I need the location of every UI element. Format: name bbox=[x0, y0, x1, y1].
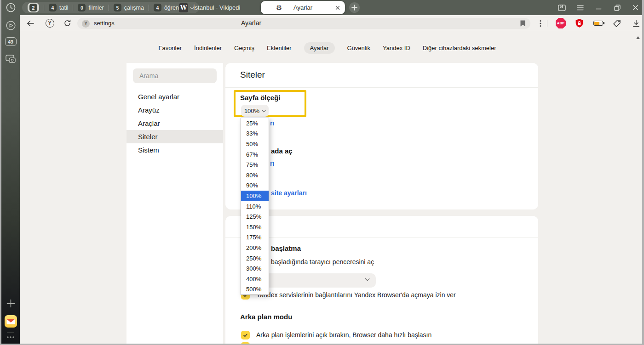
nav-tab-diğer-cihazlardaki-sekmeler[interactable]: Diğer cihazlardaki sekmeler bbox=[423, 42, 496, 54]
scale-option-90[interactable]: 90% bbox=[241, 181, 269, 191]
tab-group-label: filmler bbox=[88, 5, 104, 11]
scale-option-400[interactable]: 400% bbox=[241, 274, 269, 284]
section-heading-fragment: ada aç bbox=[271, 147, 293, 155]
battery-icon[interactable] bbox=[592, 15, 604, 31]
scale-option-67[interactable]: 67% bbox=[241, 149, 269, 160]
tab-strip: 24tatil0filmler5çalışma4öğrenim W İstanb… bbox=[1, 0, 642, 15]
tab-group-count: 0 bbox=[78, 4, 86, 11]
new-tab-button[interactable] bbox=[349, 2, 360, 13]
sidebar-divider bbox=[7, 332, 14, 333]
tab-group-label: tatil bbox=[59, 5, 68, 11]
history-clock-icon[interactable] bbox=[6, 2, 16, 13]
nav-tab-favoriler[interactable]: Favoriler bbox=[158, 42, 182, 54]
nav-tab-i̇ndirilenler[interactable]: İndirilenler bbox=[194, 42, 222, 54]
scale-option-100[interactable]: 100% bbox=[241, 191, 269, 201]
restore-icon[interactable] bbox=[613, 4, 621, 11]
tab-group-count: 4 bbox=[154, 4, 161, 11]
nav-tab-ayarlar[interactable]: Ayarlar bbox=[304, 42, 335, 54]
settings-link-fragment[interactable]: rı bbox=[270, 160, 274, 167]
tab-group-separator bbox=[73, 5, 73, 11]
tab-group-count: 5 bbox=[114, 4, 121, 11]
window-controls bbox=[558, 0, 639, 15]
close-icon[interactable] bbox=[632, 4, 639, 11]
checkbox-label[interactable]: Arka plan işlemlerini açık bırakın, Brow… bbox=[256, 331, 431, 339]
scale-option-25[interactable]: 25% bbox=[241, 118, 269, 129]
side-panel-icon[interactable] bbox=[558, 4, 566, 11]
search-input[interactable]: Arama bbox=[133, 68, 217, 83]
scale-option-175[interactable]: 175% bbox=[241, 232, 269, 243]
page-scale-label: Sayfa ölçeği bbox=[240, 94, 281, 102]
menu-item-arayüz[interactable]: Arayüz bbox=[126, 103, 223, 117]
settings-link-fragment[interactable]: rı bbox=[270, 119, 274, 127]
checkbox-row[interactable]: Yandex servislerinin bağlantılarını Yand… bbox=[241, 291, 517, 300]
scale-option-110[interactable]: 110% bbox=[241, 201, 269, 212]
checkbox-checked-icon[interactable] bbox=[241, 331, 250, 339]
counter-badge[interactable]: 49 bbox=[1, 37, 20, 46]
protect-shield-icon[interactable] bbox=[574, 15, 585, 31]
settings-menu-list: Genel ayarlarArayüzAraçlarSitelerSistem bbox=[126, 90, 223, 157]
system-card: başlatma başladığında tarayıcı penceresi… bbox=[225, 216, 538, 344]
site-settings-link-fragment[interactable]: site ayarları bbox=[271, 189, 307, 197]
checkbox-checked-icon[interactable] bbox=[241, 342, 250, 344]
scale-option-500[interactable]: 500% bbox=[241, 284, 269, 295]
tab-group-tatil[interactable]: 4tatil bbox=[49, 4, 68, 11]
card-divider bbox=[225, 237, 538, 238]
scale-option-150[interactable]: 150% bbox=[241, 222, 269, 232]
tab-group-çalışma[interactable]: 5çalışma bbox=[114, 4, 144, 11]
tab-title: Ayarlar bbox=[261, 4, 345, 11]
scale-option-50[interactable]: 50% bbox=[241, 139, 269, 149]
scale-option-250[interactable]: 250% bbox=[241, 253, 269, 264]
refresh-icon[interactable] bbox=[62, 15, 72, 31]
nav-tab-yandex-id[interactable]: Yandex ID bbox=[383, 42, 410, 54]
checkbox-row[interactable] bbox=[241, 342, 250, 344]
adblock-plus-icon[interactable]: ABP bbox=[555, 15, 566, 31]
menu-item-siteler[interactable]: Siteler bbox=[126, 130, 223, 143]
tab-group-current[interactable]: 2 bbox=[28, 3, 39, 12]
menu-item-genel-ayarlar[interactable]: Genel ayarlar bbox=[126, 90, 223, 103]
more-options-icon[interactable] bbox=[1, 336, 20, 339]
nav-tab-güvenlik[interactable]: Güvenlik bbox=[347, 42, 371, 54]
menu-item-araçlar[interactable]: Araçlar bbox=[126, 117, 223, 130]
scrollbar-up-arrow[interactable] bbox=[636, 34, 640, 39]
scale-option-125[interactable]: 125% bbox=[241, 211, 269, 222]
page-scale-dropdown-button[interactable]: 100% bbox=[241, 105, 269, 117]
add-panel-icon[interactable] bbox=[1, 299, 20, 308]
checkbox-label[interactable]: Yandex servislerinin bağlantılarını Yand… bbox=[256, 291, 456, 300]
menu-icon[interactable] bbox=[576, 4, 584, 11]
card-title: Siteler bbox=[240, 70, 265, 80]
sites-card: Siteler bbox=[225, 63, 538, 209]
tab-wikipedia[interactable]: W İstanbul - Vikipedi bbox=[179, 0, 240, 15]
scale-option-200[interactable]: 200% bbox=[241, 243, 269, 253]
background-mode-heading: Arka plan modu bbox=[240, 313, 292, 321]
nav-tab-geçmiş[interactable]: Geçmiş bbox=[234, 42, 254, 54]
tab-group-separator bbox=[44, 5, 44, 11]
menu-item-sistem[interactable]: Sistem bbox=[126, 143, 223, 157]
tab-settings[interactable]: ⚙ Ayarlar bbox=[261, 1, 345, 14]
tab-close-icon[interactable] bbox=[334, 5, 341, 11]
scale-option-33[interactable]: 33% bbox=[241, 129, 269, 139]
checkbox-row[interactable]: Arka plan işlemlerini açık bırakın, Brow… bbox=[241, 331, 517, 339]
yandex-mail-icon[interactable] bbox=[1, 315, 20, 328]
card-divider bbox=[225, 87, 538, 88]
back-icon[interactable] bbox=[25, 15, 35, 31]
downloads-icon[interactable] bbox=[631, 15, 642, 31]
minimize-icon[interactable] bbox=[595, 4, 603, 11]
toolbar-divider bbox=[547, 20, 547, 27]
startup-heading-fragment: başlatma bbox=[271, 244, 301, 252]
gear-icon: ⚙ bbox=[276, 4, 282, 12]
tab-group-filmler[interactable]: 0filmler bbox=[78, 4, 104, 11]
scale-option-80[interactable]: 80% bbox=[241, 170, 269, 181]
browser-window: 24tatil0filmler5çalışma4öğrenim W İstanb… bbox=[1, 0, 642, 344]
more-menu-icon[interactable] bbox=[537, 15, 544, 31]
tab-group-separator bbox=[109, 5, 109, 11]
tab-group-separator bbox=[149, 5, 149, 11]
scale-option-300[interactable]: 300% bbox=[241, 263, 269, 274]
screenshot-icon[interactable] bbox=[1, 54, 20, 64]
collections-tag-icon[interactable] bbox=[611, 15, 622, 31]
url-bar[interactable]: Y settings bbox=[77, 18, 530, 29]
nav-tab-eklentiler[interactable]: Eklentiler bbox=[267, 42, 291, 54]
yandex-home-icon[interactable]: Y bbox=[45, 15, 55, 31]
bookmark-icon[interactable] bbox=[520, 20, 526, 29]
video-play-icon[interactable] bbox=[1, 20, 20, 31]
scale-option-75[interactable]: 75% bbox=[241, 159, 269, 170]
